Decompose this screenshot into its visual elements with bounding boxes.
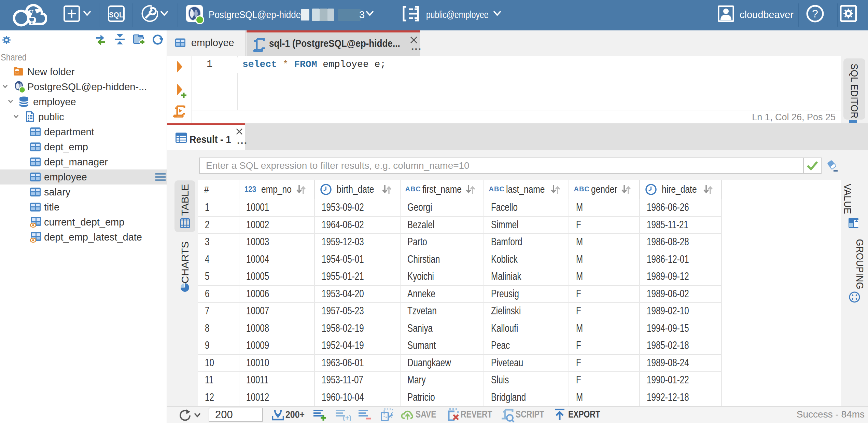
svg-text:SQL: SQL	[109, 11, 124, 19]
svg-text:?: ?	[812, 8, 818, 20]
svg-text:(+): (+)	[343, 414, 351, 421]
